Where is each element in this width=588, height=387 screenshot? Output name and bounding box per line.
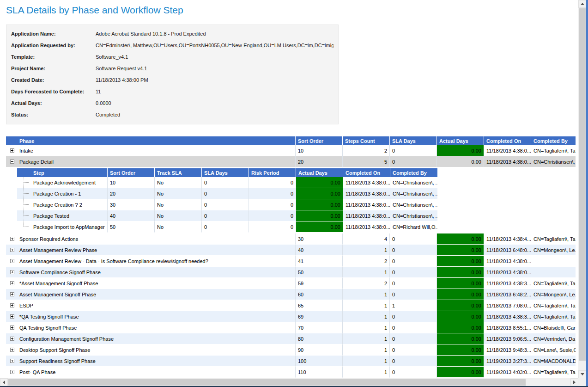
sla-days-cell: 0	[202, 210, 249, 221]
info-label: Actual Days:	[11, 100, 96, 106]
info-label: Status:	[11, 112, 96, 117]
plus-box-icon[interactable]	[10, 359, 14, 363]
phase-cell: Post- QA Phase	[17, 367, 296, 378]
phase-row: ESDP 65 1 1 0.00 11/18/2013 7:08:0... CN…	[6, 300, 576, 311]
tree-cell	[17, 177, 31, 188]
completed-on-cell: 11/18/2013 4:38:0...	[343, 199, 390, 210]
steps-count-cell: 1	[343, 322, 390, 333]
expand-toggle-cell	[6, 356, 17, 367]
plus-box-icon[interactable]	[10, 248, 14, 252]
plus-box-icon[interactable]	[10, 148, 14, 153]
scroll-down-button[interactable]	[578, 370, 586, 378]
plus-box-icon[interactable]	[10, 303, 14, 307]
phase-cell: Sponsor Required Actions	[17, 233, 296, 245]
actual-days-cell: 0.00	[437, 300, 484, 311]
plus-box-icon[interactable]	[10, 326, 14, 330]
tree-connector-icon	[17, 210, 31, 221]
horizontal-scroll-thumb[interactable]	[8, 379, 526, 386]
step-cell: Package Import to AppManager	[31, 221, 108, 233]
col-header-steps-count: Steps Count	[343, 136, 390, 145]
plus-box-icon[interactable]	[10, 259, 14, 263]
col-header-completed-on: Completed On	[343, 168, 390, 177]
vertical-scroll-thumb[interactable]	[579, 8, 586, 361]
completed-by-cell: CN=Christiansen\, ...	[390, 199, 437, 210]
completed-on-cell: 11/18/2013 9:06:5...	[484, 333, 531, 344]
sort-order-cell: 40	[108, 210, 155, 221]
risk-period-cell: 0	[249, 199, 296, 210]
info-value: Software_v4.1	[96, 54, 333, 60]
completed-by-cell: CN=Tagliaferri\, Ta...	[531, 278, 576, 289]
phase-cell: Intake	[17, 145, 296, 156]
col-header-sort-order: Sort Order	[108, 168, 155, 177]
tree-connector-icon	[17, 188, 31, 199]
info-value: 11/18/2013 4:38:00 PM	[96, 77, 333, 83]
horizontal-scrollbar[interactable]	[0, 378, 578, 386]
actual-days-cell: 0.00	[437, 356, 484, 367]
col-header-actual-days: Actual Days	[296, 168, 343, 177]
info-label: Created Date:	[11, 77, 96, 83]
actual-days-cell: 0.00	[437, 233, 484, 245]
expand-toggle-cell	[6, 278, 17, 289]
step-cell: Package Creation ? 2	[31, 199, 108, 210]
completed-by-cell: CN=Mongeon\, Le...	[531, 289, 576, 300]
minus-box-icon[interactable]	[10, 160, 14, 164]
step-row: Package Tested 40 No 0 0 0.00 11/18/2013…	[17, 210, 437, 221]
phase-row: Asset Management Signoff Phase 60 1 0 0.…	[6, 289, 576, 300]
completed-by-cell: CN=Tagliaferri\, Ta...	[531, 233, 576, 245]
actual-days-cell: 0.00	[437, 245, 484, 256]
phase-cell: Package Detail	[17, 156, 296, 167]
info-row: Created Date:11/18/2013 4:38:00 PM	[11, 74, 333, 86]
plus-box-icon[interactable]	[10, 292, 14, 296]
phase-cell: *QA Testing Signoff Phase	[17, 311, 296, 322]
phase-cell: Asset Management Signoff Phase	[17, 289, 296, 300]
scrollbar-corner	[578, 378, 586, 386]
expand-toggle-cell	[6, 311, 17, 322]
plus-box-icon[interactable]	[10, 281, 14, 285]
plus-box-icon[interactable]	[10, 370, 14, 374]
phase-row: Configuration Management Signoff Phase 8…	[6, 333, 576, 344]
report-content: SLA Details by Phase and Workflow Step A…	[0, 0, 578, 378]
info-value: CN=Edminster\, Matthew,OU=Users,OU=Ports…	[96, 43, 333, 48]
info-value: 0.0000	[96, 100, 333, 106]
steps-count-cell: 1	[343, 356, 390, 367]
completed-by-cell: CN=Christiansen\, ...	[390, 177, 437, 188]
info-row: Days Forecasted to Complete:11	[11, 86, 333, 97]
plus-box-icon[interactable]	[10, 270, 14, 274]
col-header-actual-days: Actual Days	[437, 136, 484, 145]
risk-period-cell: 0	[249, 210, 296, 221]
completed-on-cell: 11/18/2013 4:38:3...	[484, 278, 531, 289]
plus-box-icon[interactable]	[10, 337, 14, 341]
phase-row: Support Readiness Signoff Phase 100 1 0 …	[6, 356, 576, 367]
phase-row: QA Testing Signoff Phase 70 1 0 0.00 11/…	[6, 322, 576, 333]
expand-toggle-cell	[6, 245, 17, 256]
sort-order-cell: 30	[296, 233, 343, 245]
expand-toggle-cell	[6, 367, 17, 378]
phase-cell: Support Readiness Signoff Phase	[17, 356, 296, 367]
scroll-left-button[interactable]	[0, 378, 8, 386]
completed-on-cell: 11/18/2013 4:38:0...	[343, 188, 390, 199]
completed-on-cell: 11/18/2013 4:38:0...	[484, 145, 531, 156]
plus-box-icon[interactable]	[10, 348, 14, 352]
sla-days-cell: 0	[390, 322, 437, 333]
scroll-up-button[interactable]	[578, 0, 586, 8]
plus-box-icon[interactable]	[10, 314, 14, 319]
scroll-right-button[interactable]	[570, 378, 578, 386]
completed-on-cell: 11/18/2013 6:48:2...	[484, 289, 531, 300]
info-value: Adobe Acrobat Standard 10.1.8 - Prod Exp…	[96, 31, 333, 37]
expand-toggle-cell	[6, 289, 17, 300]
col-header-step: Step	[31, 168, 108, 177]
risk-period-cell: 0	[249, 221, 296, 233]
col-header-risk-period: Risk Period	[249, 168, 296, 177]
completed-on-cell: 11/18/2013 4:38:0...	[343, 221, 390, 233]
phase-row: *Asset Management Signoff Phase 59 2 0 0…	[6, 278, 576, 289]
col-header-phase: Phase	[17, 136, 296, 145]
actual-days-cell: 0.00	[437, 333, 484, 344]
completed-by-cell: CN=Blaisdell\, Gar...	[531, 322, 576, 333]
info-label: Application Name:	[11, 31, 96, 37]
sla-days-cell: 0	[390, 289, 437, 300]
vertical-scrollbar[interactable]	[578, 0, 586, 378]
plus-box-icon[interactable]	[10, 237, 14, 241]
completed-by-cell: CN=Christiansen\, ...	[531, 156, 576, 167]
steps-count-cell: 2	[343, 256, 390, 267]
phase-cell: ESDP	[17, 300, 296, 311]
